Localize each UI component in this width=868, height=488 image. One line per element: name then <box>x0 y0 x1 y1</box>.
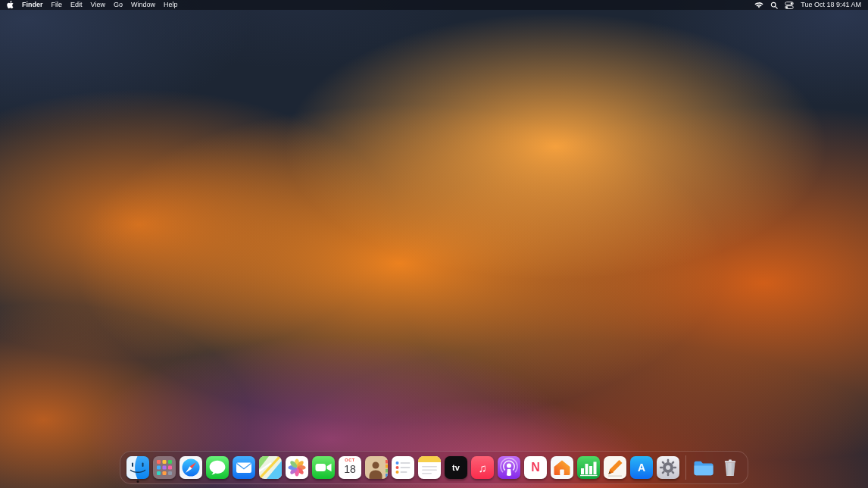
settings-gear-icon <box>657 456 679 479</box>
dock-item-finder[interactable] <box>126 456 149 479</box>
podcasts-icon <box>498 456 520 479</box>
wifi-icon[interactable] <box>754 2 763 8</box>
desktop-wallpaper[interactable] <box>0 0 868 488</box>
dock-item-trash[interactable] <box>719 456 742 479</box>
dock-item-facetime[interactable] <box>312 456 335 479</box>
menu-app-name[interactable]: Finder <box>22 0 43 10</box>
facetime-icon <box>312 456 335 479</box>
photos-icon <box>286 456 308 479</box>
spotlight-icon[interactable] <box>770 2 778 9</box>
dock-item-system-settings[interactable] <box>657 456 679 479</box>
dock-item-mail[interactable] <box>233 456 255 479</box>
dock-separator <box>685 455 686 480</box>
music-note-glyph: ♫ <box>478 461 486 474</box>
apple-menu-icon[interactable] <box>7 1 14 9</box>
menu-window[interactable]: Window <box>131 0 155 10</box>
maps-icon <box>259 456 282 479</box>
dock-item-launchpad[interactable] <box>153 456 176 479</box>
tv-label: tv <box>452 463 460 472</box>
dock-item-downloads[interactable] <box>692 456 715 479</box>
dock-item-safari[interactable] <box>180 456 202 479</box>
dock-item-podcasts[interactable] <box>498 456 520 479</box>
dock-item-contacts[interactable] <box>365 456 388 479</box>
calendar-icon: OCT 18 <box>339 456 361 479</box>
music-icon: ♫ <box>471 456 494 479</box>
news-icon: N <box>524 456 547 479</box>
app-store-a-glyph: A <box>638 461 645 474</box>
dock-item-tv[interactable]: tv <box>445 456 467 479</box>
control-center-icon[interactable] <box>785 2 794 9</box>
dock-item-maps[interactable] <box>259 456 282 479</box>
dock-item-calendar[interactable]: OCT 18 <box>339 456 361 479</box>
dock-item-photos[interactable] <box>286 456 308 479</box>
macos-desktop-screen: Finder File Edit View Go Window Help Tue… <box>0 0 868 488</box>
dock-item-pages[interactable] <box>604 456 626 479</box>
menu-bar: Finder File Edit View Go Window Help Tue… <box>0 0 868 10</box>
menu-file[interactable]: File <box>52 0 63 10</box>
dock-item-numbers[interactable] <box>577 456 600 479</box>
dock-item-reminders[interactable] <box>392 456 414 479</box>
notes-icon <box>418 456 441 479</box>
home-icon <box>551 456 573 479</box>
downloads-folder-icon <box>692 456 715 479</box>
finder-icon <box>126 456 149 479</box>
menu-go[interactable]: Go <box>114 0 123 10</box>
safari-icon <box>180 456 202 479</box>
messages-icon <box>206 456 229 479</box>
trash-icon <box>719 456 742 479</box>
news-n-glyph: N <box>531 461 540 474</box>
app-store-icon: A <box>630 456 653 479</box>
dock-item-app-store[interactable]: A <box>630 456 653 479</box>
launchpad-icon <box>153 456 176 479</box>
menu-help[interactable]: Help <box>164 0 178 10</box>
reminders-icon <box>392 456 414 479</box>
dock: OCT 18 <box>120 451 748 484</box>
apple-tv-icon: tv <box>445 456 467 479</box>
numbers-icon <box>577 456 600 479</box>
pages-icon <box>604 456 626 479</box>
dock-item-news[interactable]: N <box>524 456 547 479</box>
running-indicator <box>137 480 139 483</box>
dock-item-music[interactable]: ♫ <box>471 456 494 479</box>
dock-item-home[interactable] <box>551 456 573 479</box>
dock-item-messages[interactable] <box>206 456 229 479</box>
mail-icon <box>233 456 255 479</box>
calendar-month: OCT <box>345 458 354 463</box>
menu-view[interactable]: View <box>91 0 105 10</box>
menu-edit[interactable]: Edit <box>70 0 83 10</box>
menu-clock[interactable]: Tue Oct 18 9:41 AM <box>801 0 861 10</box>
contacts-icon <box>365 456 388 479</box>
calendar-day: 18 <box>344 464 356 474</box>
dock-item-notes[interactable] <box>418 456 441 479</box>
